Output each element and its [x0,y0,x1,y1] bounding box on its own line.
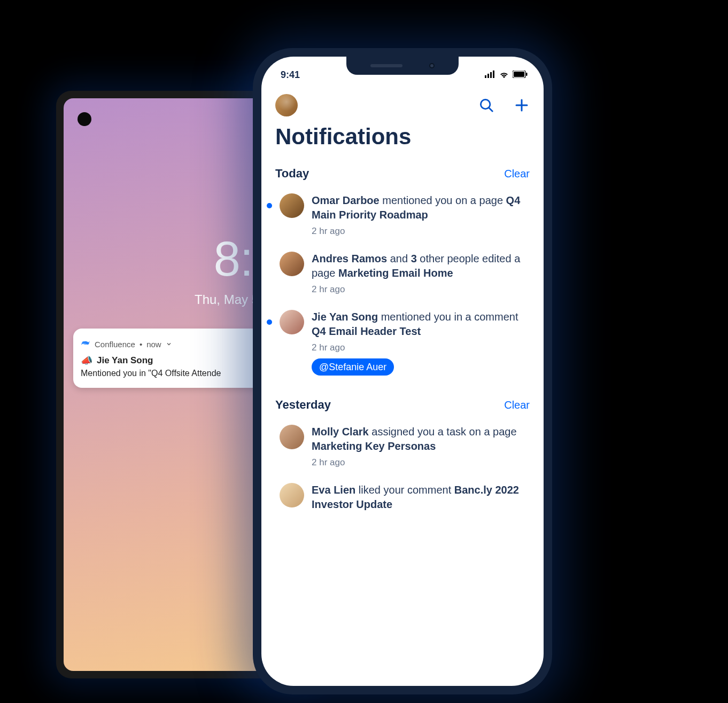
avatar [280,193,304,218]
svg-rect-2 [490,72,492,78]
megaphone-icon: 📣 [81,355,92,366]
svg-rect-5 [514,72,524,77]
notification-item[interactable]: Omar Darboe mentioned you on a page Q4 M… [261,187,544,245]
notification-body: Jie Yan Song mentioned you in a comment … [312,310,531,376]
notification-body: Andres Ramos and 3 other people edited a… [312,252,531,296]
notification-body: Omar Darboe mentioned you on a page Q4 M… [312,193,531,238]
svg-rect-0 [485,75,486,78]
page-title: Notifications [261,121,544,161]
unread-dot [267,203,272,208]
android-camera-hole [78,112,91,126]
notification-item[interactable]: Jie Yan Song mentioned you in a comment … [261,303,544,383]
notification-time: 2 hr ago [312,342,531,354]
svg-rect-3 [493,71,494,78]
unread-dot [267,319,272,325]
notification-time: 2 hr ago [312,457,531,469]
android-notif-app: Confluence [95,340,135,349]
section-header-yesterday: Yesterday Clear [261,393,544,418]
search-icon[interactable] [478,97,494,113]
avatar [280,425,304,449]
wifi-icon [499,69,509,81]
iphone-frame: 9:41 [253,48,552,694]
chevron-down-icon[interactable] [166,340,172,349]
confluence-icon [81,338,90,350]
notification-item[interactable]: Eva Lien liked your comment Banc.ly 2022… [261,477,544,519]
notification-item[interactable]: Andres Ramos and 3 other people edited a… [261,245,544,303]
section-title-today: Today [275,167,309,181]
clear-today-button[interactable]: Clear [504,168,530,180]
status-time: 9:41 [281,69,300,81]
app-header [261,83,544,121]
notification-item[interactable]: Molly Clark assigned you a task on a pag… [261,418,544,477]
avatar [280,310,304,334]
plus-icon[interactable] [514,97,530,113]
clear-yesterday-button[interactable]: Clear [504,399,530,411]
notification-time: 2 hr ago [312,225,531,238]
iphone-notch [346,57,459,75]
section-title-yesterday: Yesterday [275,398,331,412]
svg-rect-1 [487,74,489,78]
section-header-today: Today Clear [261,161,544,187]
notification-time: 2 hr ago [312,284,531,296]
notification-body: Molly Clark assigned you a task on a pag… [312,425,531,469]
signal-icon [485,69,495,81]
android-notif-sender: Jie Yan Song [97,355,153,366]
battery-icon [513,69,528,81]
android-notif-time: now [146,340,161,349]
svg-rect-6 [526,73,528,76]
iphone-screen: 9:41 [261,57,544,686]
android-date: Thu, May 5 [195,292,259,307]
notification-body: Eva Lien liked your comment Banc.ly 2022… [312,483,531,512]
avatar [280,252,304,276]
avatar [280,483,304,507]
mention-pill[interactable]: @Stefanie Auer [312,358,394,376]
profile-avatar[interactable] [275,94,298,116]
